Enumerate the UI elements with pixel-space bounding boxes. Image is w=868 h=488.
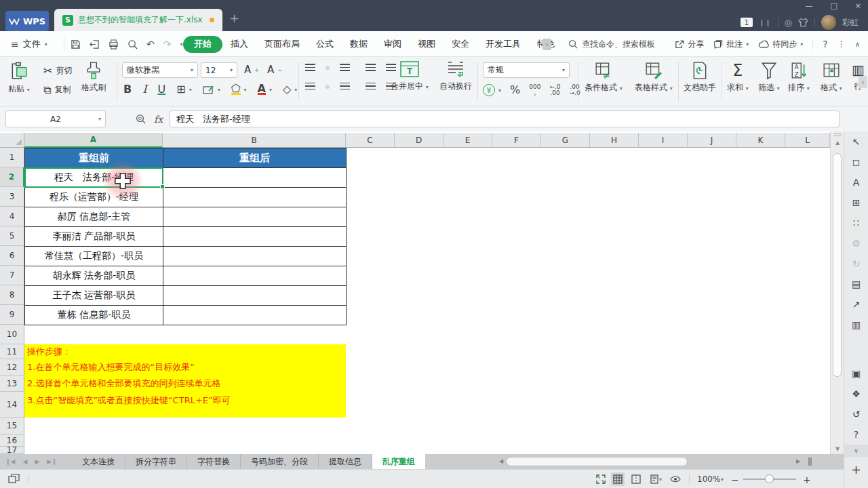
column-header[interactable]: A (24, 133, 163, 148)
refresh-icon[interactable]: ↻ (844, 253, 868, 274)
zoom-level[interactable]: 100% (697, 474, 720, 484)
paste-button[interactable]: 粘贴 ▾ (8, 62, 30, 95)
cut-button[interactable]: ✂剪切 (43, 65, 72, 77)
hscroll-thumb[interactable] (506, 457, 688, 466)
align-center-icon[interactable] (326, 85, 330, 89)
align-left-icon[interactable] (305, 83, 315, 90)
normal-view-button[interactable] (611, 472, 625, 486)
column-header[interactable]: J (688, 133, 736, 148)
zoom-slider-knob[interactable] (765, 474, 774, 483)
split-handle[interactable] (833, 134, 842, 137)
fill-style-icon[interactable]: ▾ (203, 85, 220, 95)
file-menu[interactable]: ≡ 文件 ▾ (11, 31, 47, 57)
column-header[interactable]: L (785, 133, 830, 148)
next-sheet-icon[interactable]: ▶ (35, 458, 39, 465)
more-options-icon[interactable]: ⋮ (837, 39, 846, 49)
collapse-ribbon-icon[interactable]: ∧ (855, 41, 860, 48)
row-header[interactable]: 11 (0, 344, 24, 359)
align-bottom-icon[interactable] (340, 64, 350, 71)
print-preview-icon[interactable] (127, 39, 138, 49)
underline-icon[interactable]: U (158, 84, 166, 95)
thousand-separator-icon[interactable]: 000, (529, 84, 540, 96)
menu-tab[interactable]: 页面布局 (256, 31, 308, 57)
menu-tab[interactable]: 视图 (410, 31, 443, 57)
cell-A1[interactable]: 重组前 (25, 148, 163, 168)
menu-tab[interactable]: 公式 (308, 31, 342, 57)
font-color-icon[interactable]: A▾ (258, 84, 272, 95)
menu-tab[interactable]: 开发工具 (477, 31, 529, 57)
row-header[interactable]: 9 (0, 305, 24, 325)
table-style-button[interactable]: 表格样式 ▾ (635, 62, 673, 94)
maximize-button[interactable]: □ (830, 1, 837, 10)
integral-icon[interactable]: ◎ (785, 18, 792, 28)
cell-col-b[interactable] (163, 266, 347, 286)
sheet-canvas[interactable]: ABCDEFGHIJKL 1234567891011121314151617 重… (0, 131, 830, 454)
decrease-font-icon[interactable]: A− (267, 64, 282, 76)
cell-col-a[interactable]: 胡永辉 法务部-职员 (25, 266, 163, 286)
row-header[interactable]: 6 (0, 246, 24, 266)
fill-handle[interactable] (160, 184, 165, 189)
page-layout-view-button[interactable]: ▾ (646, 472, 665, 486)
command-search[interactable]: 查找命令、搜索模板 (568, 31, 655, 57)
sheet-tab[interactable]: 拆分字符串 (125, 454, 187, 469)
zoom-out-button[interactable]: − (731, 474, 739, 485)
export-image-icon[interactable]: ▤ (844, 274, 868, 294)
sheet-tab[interactable]: 号码加密、分段 (241, 454, 319, 469)
history-icon[interactable]: ↺ (844, 404, 868, 424)
cell-col-b[interactable] (163, 207, 347, 227)
menu-tab[interactable]: 审阅 (376, 31, 410, 57)
help-icon[interactable]: ? (844, 424, 868, 445)
vscroll-thumb[interactable] (833, 153, 842, 377)
percent-icon[interactable]: % (510, 85, 520, 96)
sidebar-add-icon[interactable]: + (844, 461, 868, 477)
shapes-icon[interactable]: ◻ (844, 152, 868, 172)
eye-protect-button[interactable] (669, 472, 682, 486)
new-tab-button[interactable]: + (229, 12, 239, 24)
ribbon-expand-icon[interactable]: › (859, 76, 867, 88)
row-header[interactable]: 12 (0, 359, 24, 375)
comment-button[interactable]: 批注▾ (713, 39, 749, 50)
decrease-indent-icon[interactable] (366, 64, 376, 71)
column-header[interactable]: I (639, 133, 688, 148)
number-format-select[interactable]: 常规▾ (483, 62, 570, 78)
function-search-icon[interactable] (136, 114, 146, 124)
scroll-right-icon[interactable]: ▶ (796, 458, 800, 464)
zoom-in-button[interactable]: + (803, 474, 811, 485)
cell-col-a[interactable]: 程乐（运营部）-经理 (25, 188, 163, 207)
column-header[interactable]: D (395, 133, 443, 148)
cell-col-a[interactable]: 常佳慧（工程部）-职员 (25, 247, 163, 266)
align-top-icon[interactable] (305, 64, 315, 71)
hsplit-handle[interactable] (808, 458, 812, 466)
filter-button[interactable]: 筛选 ▾ (758, 62, 780, 94)
cell-col-b[interactable] (163, 247, 347, 266)
close-button[interactable]: × (855, 1, 861, 10)
row-header[interactable]: 8 (0, 285, 24, 305)
skin-shirt-icon[interactable] (798, 18, 808, 27)
undo-icon[interactable]: ↶ (146, 39, 155, 49)
minimize-button[interactable]: — (805, 1, 812, 10)
sum-button[interactable]: Σ 求和 ▾ (727, 62, 749, 94)
row-header[interactable]: 14 (0, 392, 24, 418)
scroll-left-icon[interactable]: ◀ (499, 458, 503, 464)
format-painter-button[interactable]: 格式刷 (81, 62, 106, 94)
scroll-down-icon[interactable]: ▼ (831, 446, 844, 452)
decrease-decimal-icon[interactable]: .00→.0 (570, 84, 580, 96)
last-sheet-icon[interactable]: ▶❙ (47, 458, 56, 465)
row-header[interactable]: 5 (0, 226, 24, 246)
toolbar-options-icon[interactable]: ▾ (180, 41, 182, 47)
row-header[interactable]: 15 (0, 418, 24, 434)
column-header[interactable]: G (541, 133, 590, 148)
sheet-tab[interactable]: 文本连接 (72, 454, 125, 469)
more-tabs-icon[interactable]: › (542, 39, 551, 50)
adjust-icon[interactable]: ⚙ (844, 233, 868, 253)
borders-icon[interactable]: ⊞▾ (176, 84, 191, 95)
sheet-tab[interactable]: 提取信息 (319, 454, 372, 469)
vertical-scrollbar[interactable]: ▲ ▼ (830, 131, 844, 454)
font-size-select[interactable]: 12▾ (201, 62, 237, 78)
currency-icon[interactable]: ¥▾ (483, 84, 501, 96)
cell-col-a[interactable]: 王子杰 运营部-职员 (25, 286, 163, 306)
sheet-tab[interactable]: 乱序重组 (372, 454, 425, 469)
cell-col-b[interactable] (163, 188, 347, 207)
italic-icon[interactable]: I (142, 84, 146, 95)
highlight-color-icon[interactable]: ⬠▾ (231, 84, 247, 95)
